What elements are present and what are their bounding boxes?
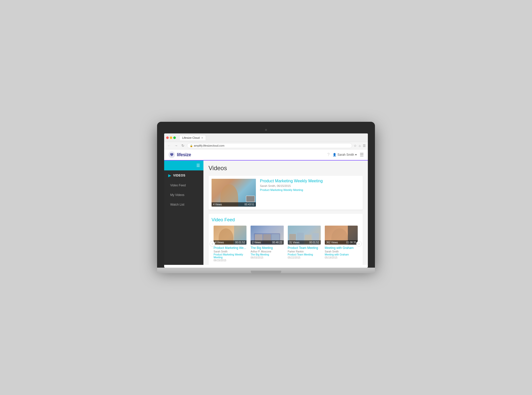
browser-tab[interactable]: Lifesize Cloud ✕ bbox=[179, 135, 206, 140]
video-author-0: Sarah Smith bbox=[214, 250, 246, 253]
video-overlay-2: 31 Views 00:01:52 bbox=[288, 240, 321, 245]
featured-thumbnail[interactable]: 4 Views 00:43:51 bbox=[212, 179, 256, 207]
maximize-dot[interactable] bbox=[173, 136, 176, 139]
lifesize-logo-icon bbox=[168, 151, 175, 158]
user-icon: 👤 bbox=[333, 153, 336, 156]
main-content: Videos 4 View bbox=[203, 149, 368, 265]
menu-icon[interactable]: ☰ bbox=[363, 144, 366, 148]
video-card-1: 2 Views 00:48:22 The Big Meeting Arthur … bbox=[249, 226, 286, 259]
video-title-0[interactable]: Product Marketing We... bbox=[214, 246, 246, 250]
video-overlay-3: 362 Views 01:08:35 bbox=[325, 240, 358, 245]
browser-nav-icons: ☆ ⌂ ☰ bbox=[354, 144, 366, 148]
video-views-1: 2 Views bbox=[252, 241, 261, 244]
user-name: Sarah Smith bbox=[337, 153, 354, 156]
video-feed-label: Video Feed bbox=[170, 184, 186, 187]
video-author-3: Sarah Smith bbox=[325, 250, 358, 253]
sidebar: ☰ ▶ VIDEOS Video Feed My Videos Watch Li… bbox=[164, 149, 203, 265]
lock-icon: 🔒 bbox=[190, 144, 193, 147]
video-overlay-1: 2 Views 00:48:22 bbox=[251, 240, 283, 245]
browser-chrome: Lifesize Cloud ✕ ← → ↻ 🔒 amplify.lifesiz… bbox=[164, 133, 368, 149]
sidebar-videos-label: VIDEOS bbox=[173, 174, 185, 177]
video-thumb-2[interactable]: 31 Views 00:01:52 bbox=[288, 226, 321, 245]
carousel-next-button[interactable]: › bbox=[356, 241, 362, 247]
app-menu-button[interactable]: ☰ bbox=[360, 152, 364, 157]
help-button[interactable]: ? bbox=[327, 152, 330, 157]
video-thumb-1[interactable]: 2 Views 00:48:22 bbox=[251, 226, 283, 245]
video-author-1: Arthur P. Moscone bbox=[251, 250, 283, 253]
logo: lifesize bbox=[168, 151, 191, 158]
featured-date: 06/15/2015 bbox=[277, 184, 291, 187]
browser-nav: ← → ↻ 🔒 amplify.lifesizecloud.com ☆ ⌂ ☰ bbox=[164, 142, 368, 149]
video-duration-0: 00:01:52 bbox=[235, 241, 245, 244]
bookmark-icon[interactable]: ☆ bbox=[354, 144, 357, 148]
video-overlay-0: 4 Views 00:01:52 bbox=[214, 240, 246, 245]
home-icon[interactable]: ⌂ bbox=[359, 144, 361, 148]
video-views-2: 31 Views bbox=[289, 241, 299, 244]
minimize-dot[interactable] bbox=[170, 136, 172, 139]
sidebar-item-my-videos[interactable]: My Videos bbox=[164, 190, 203, 200]
sidebar-item-video-feed[interactable]: Video Feed bbox=[164, 181, 203, 190]
user-dropdown-icon: ▾ bbox=[355, 153, 357, 156]
video-category-3[interactable]: Meeting with Graham bbox=[325, 253, 358, 256]
video-duration-1: 00:48:22 bbox=[272, 241, 282, 244]
video-title-1[interactable]: The Big Meeting bbox=[251, 246, 283, 250]
featured-views: 4 Views bbox=[213, 203, 222, 206]
video-feed-section: Video Feed ‹ 4 Views bbox=[208, 214, 363, 265]
carousel-prev-button[interactable]: ‹ bbox=[210, 241, 215, 247]
sidebar-item-videos[interactable]: ▶ VIDEOS bbox=[164, 170, 203, 181]
camera bbox=[265, 129, 267, 131]
my-videos-label: My Videos bbox=[170, 193, 184, 197]
app-header: lifesize ? 👤 Sarah Smith ▾ ☰ bbox=[164, 149, 368, 161]
laptop-frame: Lifesize Cloud ✕ ← → ↻ 🔒 amplify.lifesiz… bbox=[157, 122, 375, 273]
tab-title: Lifesize Cloud bbox=[182, 136, 200, 139]
page-title: Videos bbox=[208, 165, 363, 172]
video-category-1[interactable]: The Big Meeting bbox=[251, 253, 283, 256]
video-card-0: 4 Views 00:01:52 Product Marketing We...… bbox=[212, 226, 249, 262]
video-thumb-0[interactable]: 4 Views 00:01:52 bbox=[214, 226, 246, 245]
content-inner: Videos 4 View bbox=[203, 161, 368, 265]
address-bar[interactable]: 🔒 amplify.lifesizecloud.com bbox=[187, 143, 352, 148]
video-title-2[interactable]: Product Team Meeting bbox=[288, 246, 321, 250]
forward-button[interactable]: → bbox=[173, 143, 179, 148]
sidebar-item-watch-list[interactable]: Watch List bbox=[164, 200, 203, 209]
featured-video-card: 4 Views 00:43:51 Product Marketing Weekl… bbox=[208, 176, 363, 210]
video-cam-icon: ▶ bbox=[168, 173, 171, 177]
window-controls bbox=[166, 136, 176, 139]
sidebar-toggle-button[interactable]: ☰ bbox=[164, 161, 203, 170]
address-text: amplify.lifesizecloud.com bbox=[194, 144, 224, 147]
tab-close-button[interactable]: ✕ bbox=[201, 136, 203, 139]
video-feed-grid: ‹ 4 Views 00:01:52 bbox=[212, 226, 360, 262]
video-author-2: Parker Rankin bbox=[288, 250, 321, 253]
video-duration-3: 01:08:35 bbox=[346, 241, 356, 244]
user-menu-button[interactable]: 👤 Sarah Smith ▾ bbox=[333, 153, 357, 156]
video-thumb-3[interactable]: 362 Views 01:08:35 bbox=[325, 226, 358, 245]
video-date-3: 05/19/2015 bbox=[325, 256, 358, 259]
featured-thumb-overlay: 4 Views 00:43:51 bbox=[212, 202, 256, 207]
featured-duration: 00:43:51 bbox=[244, 203, 254, 206]
laptop-base bbox=[157, 268, 375, 273]
video-date-0: 06/15/2015 bbox=[214, 259, 246, 262]
video-title-3[interactable]: Meeting with Graham bbox=[325, 246, 358, 250]
close-dot[interactable] bbox=[166, 136, 169, 139]
header-right: ? 👤 Sarah Smith ▾ ☰ bbox=[327, 152, 364, 157]
featured-category[interactable]: Product Marketing Weekly Meeting bbox=[260, 188, 360, 191]
featured-meta: Sarah Smith, 06/15/2015 bbox=[260, 184, 360, 187]
back-button[interactable]: ← bbox=[166, 143, 172, 148]
video-views-3: 362 Views bbox=[326, 241, 338, 244]
featured-info: Product Marketing Weekly Meeting Sarah S… bbox=[260, 179, 360, 207]
video-feed-heading: Video Feed bbox=[212, 217, 360, 223]
app-layout: lifesize ? 👤 Sarah Smith ▾ ☰ bbox=[164, 149, 368, 265]
featured-author: Sarah Smith, bbox=[260, 184, 276, 187]
screen: Lifesize Cloud ✕ ← → ↻ 🔒 amplify.lifesiz… bbox=[164, 133, 368, 268]
logo-text: lifesize bbox=[177, 152, 191, 157]
hamburger-icon: ☰ bbox=[196, 163, 200, 168]
video-date-1: 06/03/2015 bbox=[251, 256, 283, 259]
video-card-2: 31 Views 00:01:52 Product Team Meeting P… bbox=[286, 226, 323, 259]
video-date-2: 05/22/2015 bbox=[288, 256, 321, 259]
video-duration-2: 00:01:52 bbox=[309, 241, 319, 244]
video-category-2[interactable]: Product Team Meeting bbox=[288, 253, 321, 256]
featured-title[interactable]: Product Marketing Weekly Meeting bbox=[260, 179, 360, 183]
browser-titlebar: Lifesize Cloud ✕ bbox=[164, 133, 368, 142]
refresh-button[interactable]: ↻ bbox=[180, 143, 185, 148]
video-category-0[interactable]: Product Marketing Weekly Meeting bbox=[214, 253, 246, 259]
